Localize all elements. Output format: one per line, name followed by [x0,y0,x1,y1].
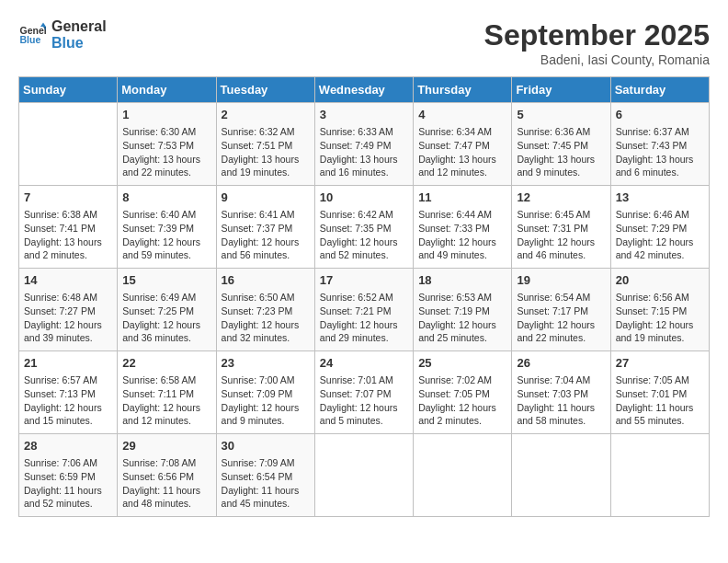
calendar-table: SundayMondayTuesdayWednesdayThursdayFrid… [18,76,710,517]
day-number: 29 [122,438,210,454]
calendar-day-cell: 16Sunrise: 6:50 AM Sunset: 7:23 PM Dayli… [216,269,314,351]
location-subtitle: Badeni, Iasi County, Romania [484,52,710,67]
day-info: Sunrise: 6:42 AM Sunset: 7:35 PM Dayligh… [320,208,408,262]
day-number: 23 [222,355,310,372]
day-number: 30 [222,438,310,454]
calendar-week-row: 1Sunrise: 6:30 AM Sunset: 7:53 PM Daylig… [19,103,710,186]
day-number: 19 [517,272,605,289]
day-number: 14 [24,272,112,289]
day-info: Sunrise: 6:52 AM Sunset: 7:21 PM Dayligh… [320,291,408,345]
calendar-day-cell [314,434,413,517]
calendar-day-cell: 17Sunrise: 6:52 AM Sunset: 7:21 PM Dayli… [314,269,413,351]
day-number: 4 [418,107,506,123]
day-info: Sunrise: 6:32 AM Sunset: 7:51 PM Dayligh… [222,125,310,179]
calendar-day-cell: 22Sunrise: 6:58 AM Sunset: 7:11 PM Dayli… [118,351,216,434]
day-info: Sunrise: 6:36 AM Sunset: 7:45 PM Dayligh… [517,125,605,179]
weekday-header-cell: Saturday [610,77,709,103]
day-info: Sunrise: 6:56 AM Sunset: 7:15 PM Dayligh… [616,291,704,345]
calendar-day-cell [19,103,118,186]
day-info: Sunrise: 6:44 AM Sunset: 7:33 PM Dayligh… [418,208,506,262]
calendar-day-cell [512,434,610,517]
calendar-week-row: 28Sunrise: 7:06 AM Sunset: 6:59 PM Dayli… [19,434,710,517]
page-header: General Blue General Blue September 2025… [18,18,710,67]
day-info: Sunrise: 6:40 AM Sunset: 7:39 PM Dayligh… [122,208,210,262]
calendar-day-cell: 3Sunrise: 6:33 AM Sunset: 7:49 PM Daylig… [314,103,413,186]
calendar-day-cell: 13Sunrise: 6:46 AM Sunset: 7:29 PM Dayli… [610,186,709,269]
weekday-header-cell: Wednesday [314,77,413,103]
day-info: Sunrise: 6:41 AM Sunset: 7:37 PM Dayligh… [222,208,310,262]
weekday-header-cell: Thursday [414,77,512,103]
weekday-header-cell: Friday [512,77,610,103]
day-info: Sunrise: 6:53 AM Sunset: 7:19 PM Dayligh… [418,291,506,345]
calendar-day-cell: 30Sunrise: 7:09 AM Sunset: 6:54 PM Dayli… [216,434,314,517]
calendar-week-row: 14Sunrise: 6:48 AM Sunset: 7:27 PM Dayli… [19,269,710,351]
day-info: Sunrise: 6:37 AM Sunset: 7:43 PM Dayligh… [616,125,704,179]
day-number: 21 [24,355,112,372]
day-number: 28 [24,438,112,454]
calendar-day-cell: 25Sunrise: 7:02 AM Sunset: 7:05 PM Dayli… [414,351,512,434]
calendar-day-cell [414,434,512,517]
svg-text:Blue: Blue [20,34,41,45]
weekday-header-row: SundayMondayTuesdayWednesdayThursdayFrid… [19,77,710,103]
calendar-day-cell: 14Sunrise: 6:48 AM Sunset: 7:27 PM Dayli… [19,269,118,351]
day-number: 25 [418,355,506,372]
day-number: 9 [222,190,310,206]
day-number: 13 [616,190,704,206]
day-info: Sunrise: 6:38 AM Sunset: 7:41 PM Dayligh… [24,208,112,262]
calendar-day-cell: 9Sunrise: 6:41 AM Sunset: 7:37 PM Daylig… [216,186,314,269]
day-number: 26 [517,355,605,372]
weekday-header-cell: Sunday [19,77,118,103]
calendar-week-row: 7Sunrise: 6:38 AM Sunset: 7:41 PM Daylig… [19,186,710,269]
day-number: 5 [517,107,605,123]
day-number: 7 [24,190,112,206]
calendar-day-cell: 20Sunrise: 6:56 AM Sunset: 7:15 PM Dayli… [610,269,709,351]
day-number: 18 [418,272,506,289]
day-number: 20 [616,272,704,289]
calendar-day-cell: 8Sunrise: 6:40 AM Sunset: 7:39 PM Daylig… [118,186,216,269]
day-number: 22 [122,355,210,372]
day-info: Sunrise: 6:50 AM Sunset: 7:23 PM Dayligh… [222,291,310,345]
weekday-header-cell: Tuesday [216,77,314,103]
day-info: Sunrise: 7:05 AM Sunset: 7:01 PM Dayligh… [616,373,704,428]
calendar-day-cell: 1Sunrise: 6:30 AM Sunset: 7:53 PM Daylig… [118,103,216,186]
calendar-day-cell: 28Sunrise: 7:06 AM Sunset: 6:59 PM Dayli… [19,434,118,517]
day-number: 3 [320,107,408,123]
logo-icon: General Blue [18,21,46,49]
calendar-day-cell: 7Sunrise: 6:38 AM Sunset: 7:41 PM Daylig… [19,186,118,269]
day-number: 6 [616,107,704,123]
calendar-day-cell: 12Sunrise: 6:45 AM Sunset: 7:31 PM Dayli… [512,186,610,269]
day-info: Sunrise: 6:54 AM Sunset: 7:17 PM Dayligh… [517,291,605,345]
calendar-body: 1Sunrise: 6:30 AM Sunset: 7:53 PM Daylig… [19,103,710,517]
calendar-day-cell: 15Sunrise: 6:49 AM Sunset: 7:25 PM Dayli… [118,269,216,351]
day-info: Sunrise: 6:58 AM Sunset: 7:11 PM Dayligh… [122,373,210,428]
day-number: 15 [122,272,210,289]
weekday-header-cell: Monday [118,77,216,103]
day-info: Sunrise: 7:02 AM Sunset: 7:05 PM Dayligh… [418,373,506,428]
month-title: September 2025 [484,18,710,52]
calendar-day-cell: 11Sunrise: 6:44 AM Sunset: 7:33 PM Dayli… [414,186,512,269]
logo: General Blue General Blue [18,18,107,51]
day-info: Sunrise: 7:09 AM Sunset: 6:54 PM Dayligh… [222,456,310,511]
calendar-day-cell: 21Sunrise: 6:57 AM Sunset: 7:13 PM Dayli… [19,351,118,434]
day-number: 17 [320,272,408,289]
day-info: Sunrise: 7:00 AM Sunset: 7:09 PM Dayligh… [222,373,310,428]
day-info: Sunrise: 6:57 AM Sunset: 7:13 PM Dayligh… [24,373,112,428]
calendar-week-row: 21Sunrise: 6:57 AM Sunset: 7:13 PM Dayli… [19,351,710,434]
day-info: Sunrise: 6:49 AM Sunset: 7:25 PM Dayligh… [122,291,210,345]
day-info: Sunrise: 7:06 AM Sunset: 6:59 PM Dayligh… [24,456,112,511]
calendar-day-cell: 5Sunrise: 6:36 AM Sunset: 7:45 PM Daylig… [512,103,610,186]
day-number: 16 [222,272,310,289]
day-number: 1 [122,107,210,123]
calendar-day-cell: 18Sunrise: 6:53 AM Sunset: 7:19 PM Dayli… [414,269,512,351]
logo-line1: General [51,18,107,35]
calendar-day-cell: 27Sunrise: 7:05 AM Sunset: 7:01 PM Dayli… [610,351,709,434]
day-info: Sunrise: 6:46 AM Sunset: 7:29 PM Dayligh… [616,208,704,262]
day-info: Sunrise: 6:45 AM Sunset: 7:31 PM Dayligh… [517,208,605,262]
calendar-day-cell: 23Sunrise: 7:00 AM Sunset: 7:09 PM Dayli… [216,351,314,434]
calendar-day-cell: 29Sunrise: 7:08 AM Sunset: 6:56 PM Dayli… [118,434,216,517]
day-info: Sunrise: 6:48 AM Sunset: 7:27 PM Dayligh… [24,291,112,345]
day-info: Sunrise: 6:33 AM Sunset: 7:49 PM Dayligh… [320,125,408,179]
day-info: Sunrise: 7:04 AM Sunset: 7:03 PM Dayligh… [517,373,605,428]
title-block: September 2025 Badeni, Iasi County, Roma… [484,18,710,67]
day-number: 11 [418,190,506,206]
